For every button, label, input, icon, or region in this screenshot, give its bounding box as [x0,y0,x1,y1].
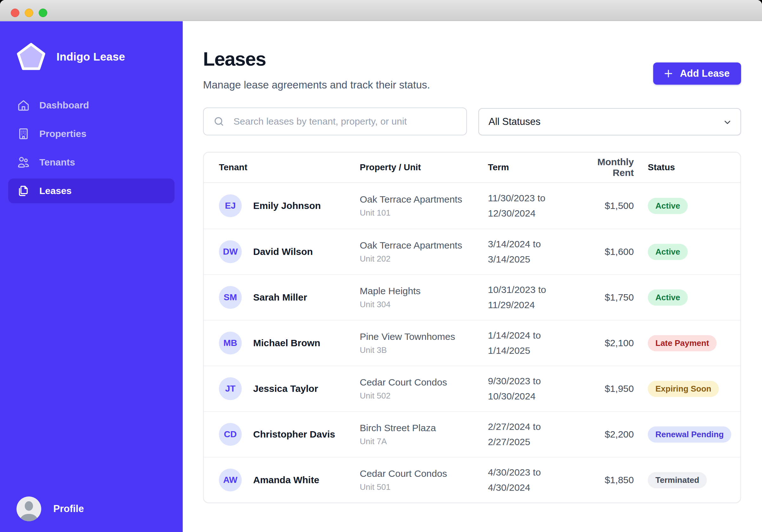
tenant-name: Amanda White [253,475,319,485]
table-row: DW David Wilson Oak Terrace Apartments U… [204,229,740,274]
lease-term: 4/30/2023 to 4/30/2024 [488,465,567,495]
chevron-down-icon [723,118,732,127]
search-icon [213,116,225,127]
minimize-button[interactable] [25,9,33,17]
property-unit: Unit 502 [360,391,488,401]
property-name: Cedar Court Condos [360,468,488,479]
monthly-rent: $2,200 [578,429,634,440]
column-header-tenant: Tenant [219,162,360,172]
lease-term: 2/27/2024 to 2/27/2025 [488,419,567,449]
sidebar-item-tenants[interactable]: Tenants [8,150,175,175]
property-name: Maple Heights [360,286,488,297]
monthly-rent: $1,950 [578,383,634,394]
sidebar-item-label: Properties [39,128,86,139]
table-row: MB Michael Brown Pine View Townhomes Uni… [204,320,740,366]
monthly-rent: $1,500 [578,200,634,211]
sidebar: Indigo Lease Dashboard Properties [0,21,183,532]
plus-icon [663,68,674,79]
status-badge: Active [648,198,688,214]
avatar: AW [219,469,242,492]
app-name: Indigo Lease [56,50,125,63]
avatar: JT [219,377,242,400]
monthly-rent: $1,600 [578,246,634,257]
avatar: MB [219,332,242,355]
pentagon-icon [17,42,46,71]
table-row: CD Christopher Davis Birch Street Plaza … [204,411,740,457]
sidebar-nav: Dashboard Properties Tenants [0,93,183,203]
column-header-property: Property / Unit [360,162,488,172]
zoom-button[interactable] [39,9,47,17]
sidebar-item-properties[interactable]: Properties [8,121,175,146]
profile-button[interactable]: Profile [17,497,84,521]
table-header-row: Tenant Property / Unit Term Monthly Rent… [204,153,740,183]
titlebar [0,0,762,21]
property-unit: Unit 7A [360,436,488,446]
sidebar-item-leases[interactable]: Leases [8,178,175,203]
status-filter-select[interactable]: All Statuses [478,108,741,135]
documents-icon [17,184,30,197]
status-badge: Active [648,290,688,305]
avatar: CD [219,423,242,446]
app-logo: Indigo Lease [0,21,183,71]
property-name: Pine View Townhomes [360,331,488,342]
page-title: Leases [203,48,430,70]
status-badge: Renewal Pending [648,427,731,442]
property-name: Oak Terrace Apartments [360,194,488,205]
property-unit: Unit 501 [360,482,488,492]
table-row: AW Amanda White Cedar Court Condos Unit … [204,457,740,502]
status-badge: Expiring Soon [648,381,719,397]
tenant-name: Christopher Davis [253,429,335,440]
table-row: SM Sarah Miller Maple Heights Unit 304 1… [204,274,740,320]
column-header-status: Status [634,162,728,172]
property-unit: Unit 202 [360,254,488,264]
column-header-term: Term [488,162,578,172]
lease-term: 9/30/2023 to 10/30/2024 [488,373,567,404]
sidebar-item-label: Leases [39,185,72,196]
table-body: EJ Emily Johnson Oak Terrace Apartments … [204,183,740,502]
main-content: Leases Manage lease agreements and track… [183,21,762,532]
building-icon [17,127,30,140]
tenant-name: David Wilson [253,246,313,257]
monthly-rent: $1,750 [578,292,634,303]
status-badge: Active [648,244,688,260]
sidebar-item-label: Dashboard [39,100,89,111]
home-icon [17,99,30,111]
tenant-name: Jessica Taylor [253,383,318,394]
property-name: Cedar Court Condos [360,377,488,388]
property-name: Birch Street Plaza [360,423,488,433]
app-window: Indigo Lease Dashboard Properties [0,0,762,532]
profile-avatar [17,497,41,521]
leases-table: Tenant Property / Unit Term Monthly Rent… [203,152,741,503]
tenant-name: Emily Johnson [253,200,321,211]
property-unit: Unit 304 [360,299,488,309]
avatar: DW [219,240,242,263]
monthly-rent: $1,850 [578,475,634,485]
property-unit: Unit 101 [360,208,488,218]
status-filter-value: All Statuses [489,116,541,127]
tenant-name: Sarah Miller [253,292,307,303]
table-row: EJ Emily Johnson Oak Terrace Apartments … [204,183,740,229]
page-subtitle: Manage lease agreements and track their … [203,79,430,91]
person-icon [17,497,41,521]
search-input[interactable] [203,107,467,135]
add-lease-button[interactable]: Add Lease [653,62,741,85]
add-lease-label: Add Lease [680,68,730,79]
monthly-rent: $2,100 [578,338,634,349]
tenant-name: Michael Brown [253,338,320,349]
close-button[interactable] [11,9,19,17]
users-icon [17,156,30,169]
avatar: EJ [219,194,242,217]
sidebar-item-dashboard[interactable]: Dashboard [8,93,175,118]
lease-term: 3/14/2024 to 3/14/2025 [488,236,567,267]
lease-term: 11/30/2023 to 12/30/2024 [488,190,567,221]
lease-term: 1/14/2024 to 1/14/2025 [488,328,567,358]
property-name: Oak Terrace Apartments [360,240,488,251]
sidebar-item-label: Tenants [39,157,75,168]
status-badge: Late Payment [648,335,717,351]
lease-term: 10/31/2023 to 11/29/2024 [488,282,567,313]
profile-label: Profile [53,503,84,514]
status-badge: Terminated [648,472,707,488]
avatar: SM [219,286,242,309]
column-header-rent: Monthly Rent [578,157,634,178]
table-row: JT Jessica Taylor Cedar Court Condos Uni… [204,366,740,411]
